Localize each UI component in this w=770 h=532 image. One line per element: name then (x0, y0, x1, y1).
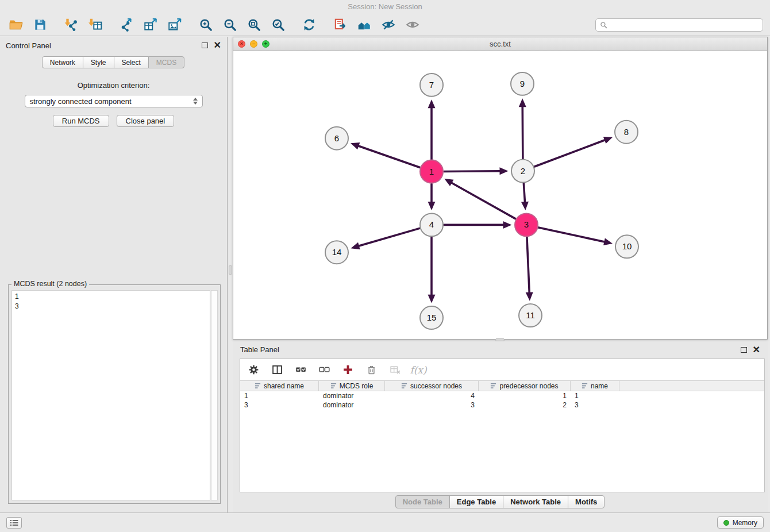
document-network-button[interactable] (331, 16, 349, 34)
edge-1-6[interactable] (351, 142, 420, 167)
horizontal-splitter-handle[interactable] (495, 338, 505, 341)
edge-1-4[interactable] (428, 184, 436, 210)
network-canvas[interactable]: 7968124314101511 (233, 52, 767, 339)
edge-2-9[interactable] (519, 98, 526, 159)
node-1[interactable]: 1 (420, 160, 443, 183)
column-header-shared-name[interactable]: shared name (240, 381, 319, 391)
column-header-successor-nodes[interactable]: successor nodes (385, 381, 479, 391)
tab-edge-table[interactable]: Edge Table (449, 495, 503, 508)
column-header-mcds-role[interactable]: MCDS role (319, 381, 385, 391)
sort-grid-icon (330, 383, 337, 389)
deselect-all-button[interactable] (317, 363, 331, 377)
close-panel-icon[interactable]: ✕ (214, 41, 221, 49)
eye-icon (405, 17, 420, 32)
window-zoom-button[interactable]: + (262, 40, 270, 48)
table-row[interactable]: 1dominator411 (240, 391, 764, 400)
zoom-out-button[interactable] (221, 16, 239, 34)
refresh-view-button[interactable] (300, 16, 318, 34)
zoom-in-button[interactable] (197, 16, 215, 34)
save-session-button[interactable] (31, 16, 49, 34)
edge-3-10[interactable] (538, 228, 613, 245)
table-panel-tabs: Node TableEdge TableNetwork TableMotifs (233, 495, 768, 508)
houses-button[interactable] (355, 16, 374, 34)
import-table-button[interactable] (86, 16, 105, 34)
node-9[interactable]: 9 (511, 72, 534, 95)
export-network-button[interactable] (117, 16, 136, 34)
search-icon (600, 21, 607, 29)
zoom-fit-button[interactable] (245, 16, 263, 34)
window-minimize-button[interactable]: – (250, 40, 257, 48)
select-all-button[interactable] (294, 363, 307, 377)
column-header-predecessor-nodes[interactable]: predecessor nodes (479, 381, 571, 391)
node-14[interactable]: 14 (325, 241, 348, 264)
node-2[interactable]: 2 (511, 160, 534, 183)
window-title: Session: New Session (0, 0, 770, 14)
node-11[interactable]: 11 (519, 304, 542, 327)
open-file-button[interactable] (7, 16, 25, 34)
edge-3-1[interactable] (444, 179, 515, 219)
zoom-out-icon (222, 17, 237, 32)
export-table-icon (143, 17, 158, 32)
table-row[interactable]: 3dominator323 (240, 400, 764, 410)
zoom-selected-button[interactable] (269, 16, 287, 34)
edge-2-3[interactable] (521, 183, 529, 210)
import-network-button[interactable] (62, 16, 80, 34)
deselect-all-icon (318, 364, 330, 376)
mcds-result-group: MCDS result (2 nodes) 1 3 (8, 284, 221, 504)
export-image-button[interactable] (165, 16, 184, 34)
table-options-button[interactable] (247, 363, 260, 377)
panel-menu-button[interactable] (6, 517, 22, 529)
search-input[interactable] (611, 21, 759, 29)
delete-table-button (388, 363, 402, 377)
network-canvas-svg[interactable]: 7968124314101511 (233, 52, 767, 339)
export-table-button[interactable] (141, 16, 160, 34)
edge-1-7[interactable] (428, 99, 436, 159)
tab-mcds[interactable]: MCDS (148, 56, 184, 68)
close-panel-button[interactable]: Close panel (117, 115, 175, 127)
tab-motifs[interactable]: Motifs (568, 495, 605, 508)
eye-button[interactable] (403, 16, 422, 34)
run-mcds-button[interactable]: Run MCDS (53, 115, 109, 127)
table-cell: 3 (240, 401, 319, 409)
tab-node-table[interactable]: Node Table (395, 495, 450, 508)
status-bar: Memory (0, 512, 770, 532)
refresh-icon (302, 17, 317, 32)
tab-network-table[interactable]: Network Table (503, 495, 568, 508)
show-columns-button[interactable] (270, 363, 284, 377)
edge-4-15[interactable] (428, 237, 436, 303)
node-7[interactable]: 7 (420, 74, 443, 97)
result-scrollbar[interactable] (211, 290, 218, 500)
tab-select[interactable]: Select (114, 56, 149, 68)
node-3[interactable]: 3 (515, 213, 538, 236)
criterion-select[interactable]: strongly connected component (25, 95, 203, 107)
sort-grid-icon (255, 383, 261, 389)
delete-column-button[interactable] (364, 363, 378, 377)
edge-4-14[interactable] (351, 228, 419, 249)
node-15[interactable]: 15 (420, 306, 443, 329)
close-table-panel-icon[interactable]: ✕ (753, 346, 760, 354)
vertical-splitter-handle[interactable] (229, 265, 232, 275)
node-6[interactable]: 6 (325, 127, 348, 150)
arrowhead-icon (603, 238, 613, 245)
float-table-panel-icon[interactable] (741, 347, 747, 353)
edge-4-3[interactable] (444, 221, 512, 229)
node-10[interactable]: 10 (615, 235, 638, 258)
column-header-name[interactable]: name (571, 381, 619, 391)
node-4[interactable]: 4 (420, 213, 443, 236)
eye-slash-button[interactable] (379, 16, 398, 34)
tab-style[interactable]: Style (83, 56, 114, 68)
node-8[interactable]: 8 (615, 121, 638, 144)
select-all-icon (295, 364, 307, 376)
memory-button[interactable]: Memory (717, 516, 764, 529)
float-panel-icon[interactable] (202, 43, 208, 48)
edge-1-2[interactable] (444, 167, 508, 175)
create-column-button[interactable] (341, 363, 355, 377)
window-close-button[interactable]: × (238, 40, 245, 48)
tab-network[interactable]: Network (42, 56, 83, 68)
table-cell: dominator (319, 392, 385, 400)
node-label: 15 (427, 313, 437, 322)
edge-3-11[interactable] (526, 237, 533, 301)
edge-2-8[interactable] (534, 137, 613, 167)
search-field[interactable] (595, 18, 763, 32)
network-window-titlebar[interactable]: scc.txt × – + (233, 37, 767, 51)
